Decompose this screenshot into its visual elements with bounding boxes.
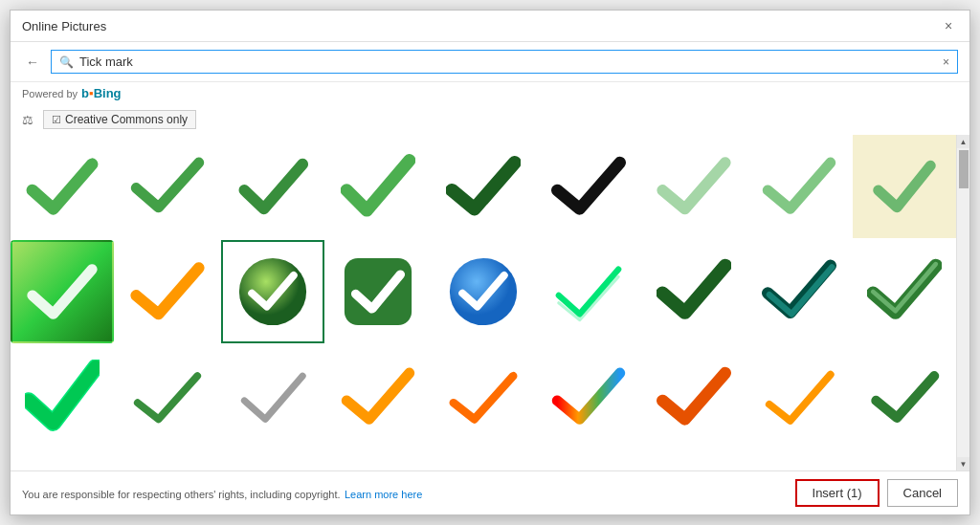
images-grid — [11, 135, 956, 448]
scroll-up-button[interactable]: ▲ — [957, 135, 970, 148]
image-cell-18[interactable] — [853, 240, 956, 343]
footer-disclaimer: You are responsible for respecting other… — [22, 489, 341, 500]
image-cell-4[interactable] — [326, 135, 430, 238]
back-button[interactable]: ← — [22, 53, 43, 72]
image-cell-25[interactable] — [642, 345, 746, 448]
image-cell-21[interactable] — [221, 345, 324, 448]
bing-logo: b▪Bing — [81, 86, 121, 100]
image-cell-13[interactable] — [326, 240, 430, 343]
cc-checkbox-icon: ☑ — [52, 114, 61, 126]
image-cell-5[interactable] — [432, 135, 535, 238]
image-cell-2[interactable] — [116, 135, 219, 238]
image-cell-19[interactable] — [11, 345, 114, 448]
image-cell-16[interactable] — [642, 240, 746, 343]
image-cell-20[interactable] — [116, 345, 219, 448]
search-input-wrap: 🔍 × — [51, 50, 958, 74]
image-cell-12[interactable] — [221, 240, 324, 343]
footer-text-area: You are responsible for respecting other… — [22, 485, 422, 502]
image-cell-23[interactable] — [432, 345, 535, 448]
scrollbar[interactable]: ▲ ▼ — [956, 135, 969, 470]
insert-button[interactable]: Insert (1) — [795, 479, 880, 507]
search-icon: 🔍 — [59, 55, 74, 69]
image-cell-24[interactable] — [537, 345, 640, 448]
image-cell-8[interactable] — [747, 135, 851, 238]
image-cell-1[interactable] — [11, 135, 114, 238]
search-bar: ← 🔍 × — [11, 42, 969, 82]
images-scroll-area: ▲ ▼ — [11, 135, 969, 470]
footer: You are responsible for respecting other… — [11, 470, 969, 514]
filter-icon: ⚖ — [22, 113, 33, 127]
learn-more-link[interactable]: Learn more here — [345, 489, 422, 500]
image-cell-17[interactable] — [747, 240, 851, 343]
image-cell-11[interactable] — [116, 240, 219, 343]
dialog-title: Online Pictures — [22, 19, 106, 33]
online-pictures-dialog: Online Pictures × ← 🔍 × Powered by b▪Bin… — [10, 10, 970, 515]
scroll-down-button[interactable]: ▼ — [957, 457, 970, 470]
image-cell-15[interactable] — [537, 240, 640, 343]
image-cell-3[interactable] — [221, 135, 324, 238]
search-input[interactable] — [79, 55, 937, 69]
cc-filter-label: Creative Commons only — [65, 113, 188, 126]
title-bar: Online Pictures × — [11, 11, 969, 42]
image-cell-10[interactable] — [11, 240, 114, 343]
image-cell-9[interactable] — [853, 135, 956, 238]
close-button[interactable]: × — [939, 16, 958, 35]
creative-commons-filter[interactable]: ☑ Creative Commons only — [43, 110, 196, 129]
powered-by-bar: Powered by b▪Bing — [11, 82, 969, 104]
images-grid-wrapper — [11, 135, 956, 470]
image-cell-22[interactable] — [326, 345, 430, 448]
scroll-thumb[interactable] — [959, 150, 969, 188]
filter-bar: ⚖ ☑ Creative Commons only — [11, 104, 969, 135]
search-clear-button[interactable]: × — [943, 55, 949, 69]
image-cell-6[interactable] — [537, 135, 640, 238]
image-cell-7[interactable] — [642, 135, 746, 238]
powered-by-text: Powered by — [22, 88, 78, 99]
image-cell-14[interactable] — [432, 240, 535, 343]
image-cell-26[interactable] — [747, 345, 851, 448]
footer-buttons: Insert (1) Cancel — [795, 479, 958, 507]
image-cell-27[interactable] — [853, 345, 956, 448]
cancel-button[interactable]: Cancel — [887, 479, 958, 507]
